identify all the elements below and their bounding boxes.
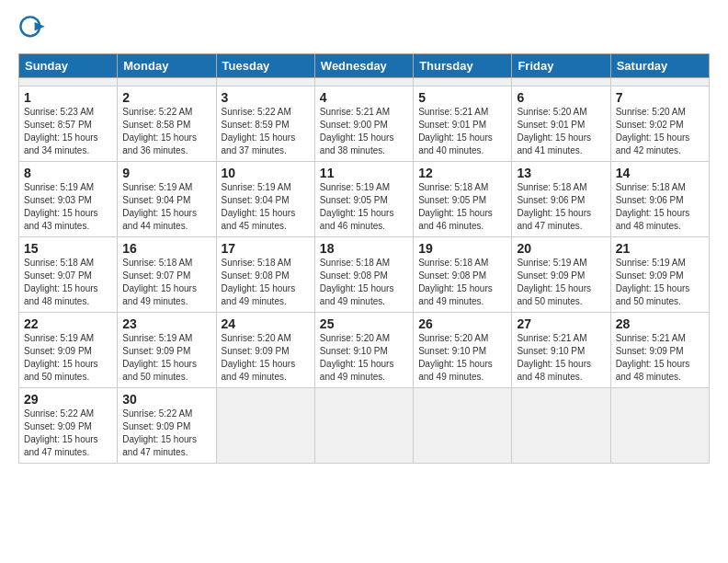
calendar-cell: 7Sunrise: 5:20 AMSunset: 9:02 PMDaylight… [610,86,709,162]
calendar-cell: 2Sunrise: 5:22 AMSunset: 8:58 PMDaylight… [118,86,216,162]
day-number: 11 [320,166,408,180]
calendar-cell [512,78,610,86]
day-info: Sunrise: 5:19 AMSunset: 9:09 PMDaylight:… [616,257,704,308]
calendar-cell [610,388,709,464]
calendar-dow-sunday: Sunday [19,54,118,78]
day-number: 25 [320,316,408,331]
day-number: 21 [616,241,704,256]
day-info: Sunrise: 5:18 AMSunset: 9:07 PMDaylight:… [122,257,210,308]
day-number: 17 [222,241,310,256]
day-number: 19 [418,241,506,256]
day-number: 24 [222,316,310,331]
calendar-cell [19,78,118,86]
calendar-cell [610,78,709,86]
page: SundayMondayTuesdayWednesdayThursdayFrid… [0,0,728,563]
calendar-dow-monday: Monday [118,54,216,78]
day-number: 27 [517,316,605,331]
calendar-cell: 17Sunrise: 5:18 AMSunset: 9:08 PMDayligh… [216,237,314,313]
day-number: 10 [222,166,310,180]
day-number: 7 [616,90,704,105]
calendar-dow-tuesday: Tuesday [216,54,314,78]
day-info: Sunrise: 5:19 AMSunset: 9:09 PMDaylight:… [24,332,112,384]
day-number: 22 [24,316,112,331]
calendar-table: SundayMondayTuesdayWednesdayThursdayFrid… [18,53,710,464]
day-number: 8 [24,166,112,180]
calendar-week-2: 8Sunrise: 5:19 AMSunset: 9:03 PMDaylight… [19,162,710,237]
calendar-cell: 16Sunrise: 5:18 AMSunset: 9:07 PMDayligh… [118,237,216,313]
calendar-cell [314,388,413,464]
calendar-cell: 6Sunrise: 5:20 AMSunset: 9:01 PMDaylight… [512,86,610,162]
calendar-cell: 24Sunrise: 5:20 AMSunset: 9:09 PMDayligh… [216,313,314,388]
calendar-cell: 9Sunrise: 5:19 AMSunset: 9:04 PMDaylight… [118,162,216,237]
day-info: Sunrise: 5:20 AMSunset: 9:02 PMDaylight:… [616,106,704,157]
calendar-cell [512,388,610,464]
calendar-cell: 27Sunrise: 5:21 AMSunset: 9:10 PMDayligh… [512,313,610,388]
day-number: 9 [122,166,210,180]
header [18,15,710,44]
day-info: Sunrise: 5:21 AMSunset: 9:00 PMDaylight:… [320,106,408,157]
calendar-cell [414,78,512,86]
day-number: 6 [517,90,605,105]
calendar-cell: 29Sunrise: 5:22 AMSunset: 9:09 PMDayligh… [19,388,118,464]
day-number: 20 [517,241,605,256]
day-info: Sunrise: 5:19 AMSunset: 9:09 PMDaylight:… [517,257,605,308]
calendar-cell: 3Sunrise: 5:22 AMSunset: 8:59 PMDaylight… [216,86,314,162]
day-info: Sunrise: 5:18 AMSunset: 9:05 PMDaylight:… [418,181,506,233]
calendar-cell: 5Sunrise: 5:21 AMSunset: 9:01 PMDaylight… [414,86,512,162]
logo [18,15,51,44]
day-number: 5 [418,90,506,105]
calendar-cell: 1Sunrise: 5:23 AMSunset: 8:57 PMDaylight… [19,86,118,162]
calendar-week-1: 1Sunrise: 5:23 AMSunset: 8:57 PMDaylight… [19,86,710,162]
day-info: Sunrise: 5:18 AMSunset: 9:06 PMDaylight:… [616,181,704,233]
calendar-cell: 20Sunrise: 5:19 AMSunset: 9:09 PMDayligh… [512,237,610,313]
day-info: Sunrise: 5:21 AMSunset: 9:01 PMDaylight:… [418,106,506,157]
day-info: Sunrise: 5:20 AMSunset: 9:10 PMDaylight:… [418,332,506,384]
day-info: Sunrise: 5:19 AMSunset: 9:05 PMDaylight:… [320,181,408,233]
calendar-week-3: 15Sunrise: 5:18 AMSunset: 9:07 PMDayligh… [19,237,710,313]
day-info: Sunrise: 5:21 AMSunset: 9:10 PMDaylight:… [517,332,605,384]
calendar-cell [118,78,216,86]
day-info: Sunrise: 5:19 AMSunset: 9:04 PMDaylight:… [122,181,210,233]
day-number: 12 [418,166,506,180]
day-info: Sunrise: 5:22 AMSunset: 8:58 PMDaylight:… [122,106,210,157]
day-number: 18 [320,241,408,256]
day-info: Sunrise: 5:23 AMSunset: 8:57 PMDaylight:… [24,106,112,157]
calendar-week-4: 22Sunrise: 5:19 AMSunset: 9:09 PMDayligh… [19,313,710,388]
day-info: Sunrise: 5:22 AMSunset: 9:09 PMDaylight:… [24,408,112,459]
day-number: 3 [222,90,310,105]
calendar-cell: 21Sunrise: 5:19 AMSunset: 9:09 PMDayligh… [610,237,709,313]
calendar-cell: 25Sunrise: 5:20 AMSunset: 9:10 PMDayligh… [314,313,413,388]
calendar-cell: 11Sunrise: 5:19 AMSunset: 9:05 PMDayligh… [314,162,413,237]
day-info: Sunrise: 5:18 AMSunset: 9:08 PMDaylight:… [418,257,506,308]
day-info: Sunrise: 5:20 AMSunset: 9:09 PMDaylight:… [222,332,310,384]
day-number: 13 [517,166,605,180]
day-number: 15 [24,241,112,256]
day-info: Sunrise: 5:22 AMSunset: 9:09 PMDaylight:… [122,408,210,459]
day-number: 14 [616,166,704,180]
calendar-dow-thursday: Thursday [414,54,512,78]
day-number: 4 [320,90,408,105]
day-number: 26 [418,316,506,331]
day-info: Sunrise: 5:19 AMSunset: 9:03 PMDaylight:… [24,181,112,233]
calendar-dow-wednesday: Wednesday [314,54,413,78]
day-info: Sunrise: 5:19 AMSunset: 9:04 PMDaylight:… [222,181,310,233]
day-info: Sunrise: 5:20 AMSunset: 9:10 PMDaylight:… [320,332,408,384]
logo-icon [18,15,48,44]
day-info: Sunrise: 5:20 AMSunset: 9:01 PMDaylight:… [517,106,605,157]
calendar-cell [414,388,512,464]
calendar-cell: 18Sunrise: 5:18 AMSunset: 9:08 PMDayligh… [314,237,413,313]
day-number: 2 [122,90,210,105]
calendar-cell: 10Sunrise: 5:19 AMSunset: 9:04 PMDayligh… [216,162,314,237]
calendar-dow-saturday: Saturday [610,54,709,78]
calendar-cell [314,78,413,86]
calendar-cell: 4Sunrise: 5:21 AMSunset: 9:00 PMDaylight… [314,86,413,162]
calendar-cell: 19Sunrise: 5:18 AMSunset: 9:08 PMDayligh… [414,237,512,313]
day-number: 29 [24,392,112,407]
calendar-cell: 12Sunrise: 5:18 AMSunset: 9:05 PMDayligh… [414,162,512,237]
day-number: 16 [122,241,210,256]
calendar-week-5: 29Sunrise: 5:22 AMSunset: 9:09 PMDayligh… [19,388,710,464]
calendar-cell: 13Sunrise: 5:18 AMSunset: 9:06 PMDayligh… [512,162,610,237]
day-info: Sunrise: 5:19 AMSunset: 9:09 PMDaylight:… [122,332,210,384]
calendar-cell: 28Sunrise: 5:21 AMSunset: 9:09 PMDayligh… [610,313,709,388]
day-number: 30 [122,392,210,407]
